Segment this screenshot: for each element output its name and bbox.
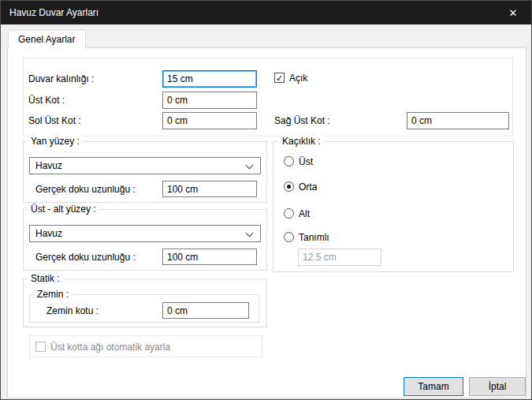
ok-button[interactable]: Tamam: [404, 377, 463, 396]
tab-label: Genel Ayarlar: [18, 34, 76, 45]
checkbox-unchecked-icon: [35, 342, 46, 352]
tab-genel-ayarlar[interactable]: Genel Ayarlar: [8, 30, 86, 48]
radio-selected-icon: [284, 181, 294, 192]
ust-alt-doku-label: Gerçek doku uzunluğu :: [35, 252, 136, 264]
radio-ust-label: Üst: [299, 156, 313, 167]
acik-label: Açık: [289, 73, 307, 84]
zemin-kotu-label: Zemin kotu :: [47, 305, 99, 317]
tanimli-input: [298, 249, 381, 266]
auto-checkbox-label: Üst kotta ağı otomatik ayarla: [50, 342, 170, 353]
radio-orta[interactable]: Orta: [284, 181, 317, 193]
yan-doku-input[interactable]: [162, 181, 257, 197]
radio-ust[interactable]: Üst: [284, 155, 313, 167]
statik-title: Statik :: [28, 273, 63, 284]
yan-yuzey-title: Yan yüzey :: [28, 136, 83, 147]
tab-page: Duvar kalınlığı : ✓ Açık Üst Kot : Sol Ü…: [7, 47, 526, 398]
radio-unselected-icon: [284, 156, 294, 166]
sol-ust-kot-label: Sol Üst Kot :: [28, 115, 81, 127]
sol-ust-kot-input[interactable]: [162, 112, 257, 129]
chevron-down-icon: [246, 162, 254, 170]
radio-unselected-icon: [284, 232, 294, 242]
zemin-title: Zemin :: [34, 289, 72, 300]
radio-alt[interactable]: Alt: [284, 207, 310, 219]
acik-checkbox[interactable]: ✓ Açık: [274, 72, 307, 84]
duvar-kalinligi-label: Duvar kalınlığı :: [28, 73, 94, 85]
checkbox-checked-icon: ✓: [274, 73, 285, 83]
dialog-havuz-duvar-ayarlari: Havuz Duvar Ayarları ✕ Genel Ayarlar Duv…: [0, 0, 532, 400]
ust-kot-input[interactable]: [162, 92, 257, 109]
ust-alt-doku-input[interactable]: [162, 249, 257, 265]
ust-alt-yuzey-dropdown[interactable]: Havuz: [29, 225, 261, 242]
ust-kot-label: Üst Kot :: [28, 95, 65, 107]
window-title: Havuz Duvar Ayarları: [1, 7, 99, 18]
chevron-down-icon: [246, 230, 254, 237]
radio-unselected-icon: [284, 208, 294, 219]
sag-ust-kot-label: Sağ Üst Kot :: [274, 115, 330, 127]
kacilik-title: Kaçıklık :: [279, 136, 324, 147]
sag-ust-kot-input[interactable]: [407, 112, 509, 129]
close-icon: ✕: [509, 7, 518, 19]
radio-tanimli-label: Tanımlı: [299, 232, 329, 243]
titlebar[interactable]: Havuz Duvar Ayarları ✕: [1, 1, 531, 24]
radio-orta-label: Orta: [299, 181, 317, 193]
ust-alt-yuzey-title: Üst - alt yüzey :: [28, 204, 99, 215]
yan-doku-label: Gerçek doku uzunluğu :: [35, 184, 136, 196]
yan-yuzey-dropdown[interactable]: Havuz: [29, 157, 261, 174]
auto-checkbox: Üst kotta ağı otomatik ayarla: [35, 341, 170, 353]
close-button[interactable]: ✕: [495, 1, 531, 24]
zemin-kotu-input[interactable]: [162, 302, 249, 319]
cancel-button[interactable]: İptal: [469, 377, 526, 396]
yan-yuzey-dropdown-value: Havuz: [35, 160, 62, 171]
ust-alt-yuzey-dropdown-value: Havuz: [35, 228, 62, 239]
duvar-kalinligi-input[interactable]: [162, 70, 257, 88]
radio-alt-label: Alt: [299, 208, 310, 219]
radio-tanimli[interactable]: Tanımlı: [284, 231, 329, 243]
